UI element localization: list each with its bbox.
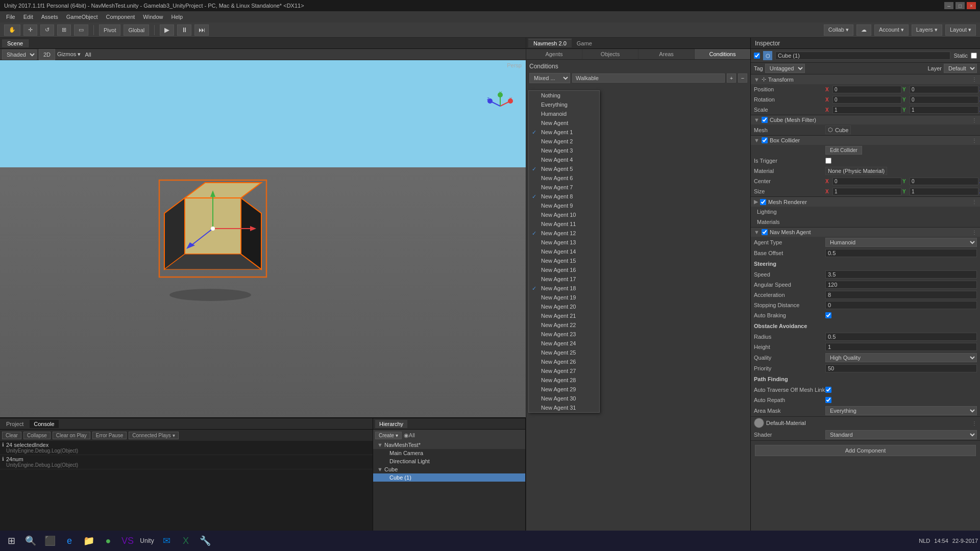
minimize-button[interactable]: – — [944, 2, 953, 9]
create-button[interactable]: Create ▾ — [375, 432, 402, 439]
pos-x-input[interactable] — [832, 86, 901, 93]
agent-6[interactable]: New Agent 6 — [529, 173, 599, 183]
navmesh-tab-game[interactable]: Game — [572, 39, 597, 47]
agent-9[interactable]: New Agent 9 — [529, 201, 599, 210]
maximize-button[interactable]: □ — [955, 2, 965, 9]
quality-select[interactable]: High Quality — [825, 353, 977, 362]
nav-agent-toggle[interactable] — [762, 229, 768, 235]
angular-speed-input[interactable] — [825, 281, 977, 289]
rot-y-input[interactable] — [910, 96, 978, 104]
agent-12[interactable]: New Agent 12 — [529, 229, 599, 238]
size-x-input[interactable] — [832, 188, 901, 195]
agent-14[interactable]: New Agent 14 — [529, 247, 599, 256]
navmesh-tab-main[interactable]: Navmesh 2.0 — [528, 39, 572, 47]
shading-dropdown[interactable]: Shaded — [2, 49, 37, 60]
agent-5[interactable]: New Agent 5 — [529, 164, 599, 173]
gizmos-btn[interactable]: Gizmos ▾ — [57, 51, 81, 58]
menu-window[interactable]: Window — [139, 13, 167, 21]
center-y-input[interactable] — [910, 178, 978, 185]
tab-scene[interactable]: Scene — [2, 39, 29, 47]
rect-tool[interactable]: ▭ — [74, 24, 88, 36]
subtab-agents[interactable]: Agents — [526, 49, 582, 59]
step-button[interactable]: ⏭ — [194, 24, 209, 36]
agent-11[interactable]: New Agent 11 — [529, 219, 599, 229]
taskbar-visual-studio[interactable]: VS — [118, 532, 137, 550]
agent-24[interactable]: New Agent 24 — [529, 339, 599, 348]
mesh-filter-header[interactable]: ▼ Cube (Mesh Filter) ⋮ — [751, 115, 980, 124]
add-component-button[interactable]: Add Component — [755, 445, 976, 456]
hierarchy-item-light[interactable]: Directional Light — [373, 457, 525, 465]
is-trigger-checkbox[interactable] — [825, 158, 831, 164]
radius-input[interactable] — [825, 333, 977, 341]
account-button[interactable]: Account ▾ — [874, 24, 909, 36]
close-button[interactable]: × — [967, 2, 976, 9]
agent-28[interactable]: New Agent 28 — [529, 375, 599, 385]
2d-button[interactable]: 2D — [39, 49, 55, 60]
agent-3[interactable]: New Agent 3 — [529, 146, 599, 155]
center-x-input[interactable] — [832, 178, 901, 185]
taskbar-misc[interactable]: 🔧 — [196, 532, 214, 550]
rotate-tool[interactable]: ↺ — [40, 24, 54, 36]
agent-31[interactable]: New Agent 31 — [529, 403, 599, 412]
layout-button[interactable]: Layout ▾ — [945, 24, 976, 36]
acceleration-input[interactable] — [825, 291, 977, 299]
taskbar-chrome[interactable]: ● — [99, 532, 117, 550]
agent-17[interactable]: New Agent 17 — [529, 274, 599, 284]
hand-tool[interactable]: ✋ — [4, 24, 20, 36]
agent-18[interactable]: New Agent 18 — [529, 284, 599, 293]
agent-26[interactable]: New Agent 26 — [529, 357, 599, 366]
subtab-areas[interactable]: Areas — [639, 49, 695, 59]
agent-new-agent[interactable]: New Agent — [529, 118, 599, 128]
menu-component[interactable]: Component — [102, 13, 139, 21]
auto-traverse-checkbox[interactable] — [825, 387, 831, 393]
transform-settings-icon[interactable]: ⋮ — [972, 77, 977, 82]
taskbar-excel[interactable]: X — [177, 532, 195, 550]
tab-console[interactable]: Console — [30, 420, 58, 428]
hierarchy-item-camera[interactable]: Main Camera — [373, 449, 525, 457]
move-tool[interactable]: ✛ — [23, 24, 37, 36]
subtab-objects[interactable]: Objects — [582, 49, 639, 59]
filter-select[interactable]: Mixed ... — [529, 73, 570, 83]
priority-input[interactable] — [825, 364, 977, 372]
walkable-input[interactable] — [572, 73, 725, 83]
taskbar-task-view[interactable]: ⬛ — [41, 532, 59, 550]
mesh-renderer-toggle[interactable] — [760, 199, 766, 205]
all-btn-hierarchy[interactable]: ◉All — [404, 432, 415, 439]
agent-20[interactable]: New Agent 20 — [529, 302, 599, 311]
box-collider-toggle[interactable] — [762, 137, 768, 143]
auto-braking-checkbox[interactable] — [825, 312, 831, 318]
subtab-conditions[interactable]: Conditions — [695, 49, 750, 59]
taskbar-unity[interactable]: Unity — [138, 532, 156, 550]
tab-project[interactable]: Project — [2, 420, 28, 428]
size-y-input[interactable] — [910, 188, 978, 195]
rot-x-input[interactable] — [832, 96, 901, 104]
base-offset-input[interactable] — [825, 249, 977, 257]
scale-tool[interactable]: ⊞ — [57, 24, 71, 36]
menu-help[interactable]: Help — [167, 13, 187, 21]
console-row-2[interactable]: ℹ 24num UnityEngine.Debug.Log(Object) — [0, 455, 373, 469]
transform-header[interactable]: ▼ ⊹ Transform ⋮ — [751, 74, 980, 84]
taskbar-edge[interactable]: e — [60, 532, 79, 550]
play-button[interactable]: ▶ — [160, 24, 174, 36]
agent-19[interactable]: New Agent 19 — [529, 293, 599, 302]
menu-file[interactable]: File — [2, 13, 19, 21]
console-row[interactable]: ℹ 24 selectedIndex UnityEngine.Debug.Log… — [0, 441, 373, 455]
layers-button[interactable]: Layers ▾ — [912, 24, 942, 36]
connected-player-button[interactable]: Connected Plays ▾ — [129, 432, 178, 439]
height-input[interactable] — [825, 343, 977, 351]
global-button[interactable]: Global — [124, 24, 149, 36]
layer-select[interactable]: Default — [944, 64, 977, 73]
auto-repath-checkbox[interactable] — [825, 397, 831, 403]
hierarchy-scene[interactable]: ▼ NavMeshTest* — [373, 441, 525, 449]
area-mask-select[interactable]: Everything — [825, 406, 977, 415]
agent-4[interactable]: New Agent 4 — [529, 155, 599, 164]
scale-x-input[interactable] — [832, 106, 901, 114]
collapse-button[interactable]: Collapse — [23, 432, 51, 439]
nav-mesh-agent-header[interactable]: ▼ Nav Mesh Agent ⋮ — [751, 228, 980, 237]
pause-button[interactable]: ⏸ — [177, 24, 191, 36]
clear-on-play-button[interactable]: Clear on Play — [53, 432, 90, 439]
mesh-filter-toggle[interactable] — [762, 117, 768, 123]
pos-y-input[interactable] — [910, 86, 978, 93]
agent-25[interactable]: New Agent 25 — [529, 348, 599, 357]
all-btn[interactable]: All — [85, 52, 91, 58]
